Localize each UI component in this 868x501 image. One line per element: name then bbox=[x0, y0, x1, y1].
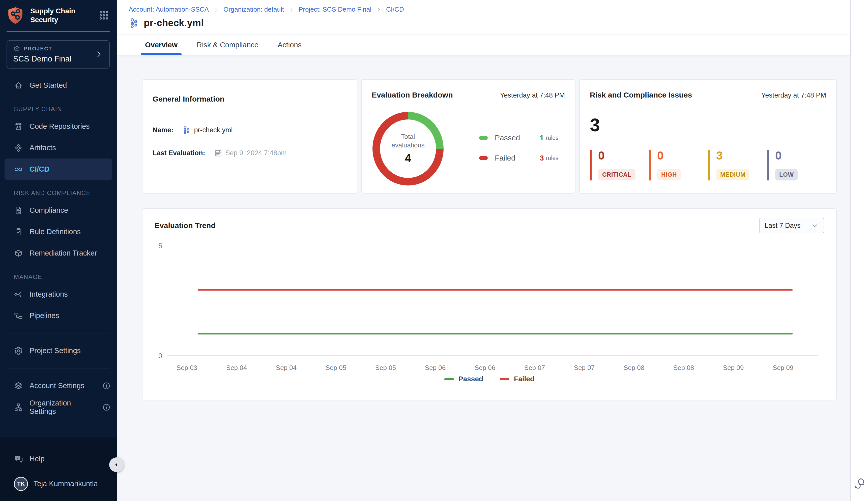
app-title: Supply Chain Security bbox=[30, 7, 93, 24]
info-icon[interactable] bbox=[102, 403, 111, 412]
trend-legend: Passed Failed bbox=[155, 375, 824, 383]
sidebar-user[interactable]: TK Teja Kummarikuntla bbox=[0, 473, 117, 494]
sidebar-item-label: CI/CD bbox=[30, 165, 50, 173]
severity-badge: CRITICAL bbox=[598, 169, 636, 180]
breadcrumb-organization-link[interactable]: Organization: default bbox=[223, 6, 284, 13]
sidebar-item-label: Help bbox=[30, 455, 45, 463]
name-label: Name: bbox=[153, 126, 174, 134]
svg-text:Sep 09: Sep 09 bbox=[773, 364, 793, 372]
avatar: TK bbox=[14, 477, 28, 491]
package-box-icon bbox=[14, 249, 23, 258]
app-logo-row: Supply Chain Security bbox=[0, 0, 117, 30]
svg-text:?: ? bbox=[17, 456, 18, 460]
timestamp: Yesterday at 7:48 PM bbox=[761, 92, 826, 99]
sidebar-item-integrations[interactable]: Integrations bbox=[0, 284, 117, 305]
chat-support-icon[interactable] bbox=[854, 477, 866, 489]
breadcrumb: Account: Automation-SSCA Organization: d… bbox=[129, 6, 840, 13]
content: General Information Name: pr-check bbox=[117, 55, 850, 501]
svg-text:Sep 04: Sep 04 bbox=[276, 364, 296, 372]
svg-text:Sep 03: Sep 03 bbox=[177, 364, 197, 372]
chevron-right-icon bbox=[213, 7, 219, 12]
legend-label: Passed bbox=[495, 134, 540, 142]
pipeline-file-icon bbox=[182, 126, 191, 135]
tab-overview[interactable]: Overview bbox=[145, 35, 178, 55]
sidebar-item-label: Get Started bbox=[30, 81, 67, 89]
sidebar-item-organization-settings[interactable]: Organization Settings bbox=[0, 396, 117, 418]
breadcrumb-project-link[interactable]: Project: SCS Demo Final bbox=[299, 6, 372, 13]
sidebar-item-code-repositories[interactable]: Code Repositories bbox=[0, 116, 117, 137]
sidebar-item-account-settings[interactable]: Account Settings bbox=[0, 375, 117, 396]
sidebar-item-project-settings[interactable]: Project Settings bbox=[0, 340, 117, 361]
severity-high: 0 HIGH bbox=[649, 150, 708, 180]
pipelines-icon bbox=[14, 311, 23, 320]
sidebar-item-label: Compliance bbox=[30, 206, 68, 214]
tabbar: Overview Risk & Compliance Actions bbox=[117, 35, 850, 55]
org-hierarchy-icon bbox=[14, 403, 23, 412]
severity-badge: HIGH bbox=[657, 169, 681, 180]
sidebar-section-risk-and-compliance: RISK AND COMPLIANCE bbox=[0, 180, 117, 200]
passed-color-pill bbox=[479, 136, 488, 140]
sidebar-item-get-started[interactable]: Get Started bbox=[0, 75, 117, 96]
info-icon[interactable] bbox=[102, 382, 111, 390]
legend-count: 1 bbox=[540, 134, 544, 142]
svg-text:0: 0 bbox=[158, 352, 162, 360]
sidebar-item-label: Remediation Tracker bbox=[30, 249, 97, 257]
cube-icon bbox=[13, 45, 21, 52]
sidebar-item-pipelines[interactable]: Pipelines bbox=[0, 305, 117, 326]
breadcrumb-account-link[interactable]: Account: Automation-SSCA bbox=[129, 6, 209, 13]
sidebar-section-manage: MANAGE bbox=[0, 264, 117, 284]
evaluation-donut-ring: Total evaluations 4 bbox=[373, 112, 443, 185]
chevron-right-icon bbox=[95, 50, 103, 58]
trend-legend-failed[interactable]: Failed bbox=[500, 375, 534, 383]
sidebar-item-rule-definitions[interactable]: Rule Definitions bbox=[0, 221, 117, 243]
infinity-cicd-icon bbox=[14, 165, 23, 174]
failed-color-pill bbox=[479, 156, 488, 160]
trend-legend-passed[interactable]: Passed bbox=[445, 375, 483, 383]
chevron-right-icon bbox=[376, 7, 381, 12]
legend-item-passed: Passed 1 rules bbox=[479, 134, 558, 142]
sidebar-item-label: Code Repositories bbox=[30, 122, 90, 130]
legend-label: Passed bbox=[459, 375, 483, 383]
svg-text:Sep 05: Sep 05 bbox=[326, 364, 346, 372]
sidebar-collapse-button[interactable] bbox=[109, 457, 124, 472]
sidebar-item-cicd[interactable]: CI/CD bbox=[4, 159, 112, 180]
card-title: Evaluation Trend bbox=[155, 221, 216, 230]
trend-chart-svg: 05Sep 03Sep 04Sep 04Sep 05Sep 05Sep 06Se… bbox=[155, 237, 825, 373]
help-chat-icon: ? bbox=[14, 455, 23, 463]
donut-center-label: Total evaluations bbox=[387, 132, 429, 150]
svg-text:Sep 06: Sep 06 bbox=[425, 364, 446, 372]
sidebar-item-artifacts[interactable]: Artifacts bbox=[0, 137, 117, 159]
sidebar-item-compliance[interactable]: Compliance bbox=[0, 200, 117, 221]
svg-text:Sep 08: Sep 08 bbox=[673, 364, 694, 372]
page-title: pr-check.yml bbox=[144, 18, 204, 29]
trend-chart: 05Sep 03Sep 04Sep 04Sep 05Sep 05Sep 06Se… bbox=[155, 237, 824, 373]
time-range-dropdown[interactable]: Last 7 Days bbox=[759, 218, 824, 233]
gear-icon bbox=[14, 346, 23, 355]
right-utility-rail bbox=[850, 0, 868, 501]
sidebar-item-label: Organization Settings bbox=[30, 399, 96, 416]
tab-risk-and-compliance[interactable]: Risk & Compliance bbox=[197, 35, 259, 55]
sidebar-item-label: Account Settings bbox=[30, 382, 84, 390]
donut-center: Total evaluations 4 bbox=[380, 119, 436, 178]
sidebar-item-help[interactable]: ? Help bbox=[0, 448, 117, 469]
severity-low: 0 LOW bbox=[767, 150, 826, 180]
clipboard-check-icon bbox=[14, 227, 23, 236]
timestamp: Yesterday at 7:48 PM bbox=[500, 92, 565, 99]
donut-center-value: 4 bbox=[405, 151, 411, 165]
total-issues-count: 3 bbox=[590, 116, 826, 134]
module-switcher-grid-icon[interactable] bbox=[98, 10, 109, 21]
svg-text:5: 5 bbox=[158, 242, 162, 250]
sidebar-item-remediation-tracker[interactable]: Remediation Tracker bbox=[0, 243, 117, 264]
legend-item-failed: Failed 3 rules bbox=[479, 154, 558, 162]
sidebar-nav: Get Started SUPPLY CHAIN Code Repositori… bbox=[0, 75, 117, 501]
sidebar-divider bbox=[7, 333, 110, 333]
project-selector[interactable]: PROJECT SCS Demo Final bbox=[7, 40, 110, 68]
last-evaluation-label: Last Evaluation: bbox=[153, 149, 205, 157]
breadcrumb-cicd-link[interactable]: CI/CD bbox=[386, 6, 404, 13]
failed-line-swatch bbox=[500, 378, 509, 380]
legend-label: Failed bbox=[495, 154, 540, 162]
tab-actions[interactable]: Actions bbox=[278, 35, 302, 55]
passed-line-swatch bbox=[445, 378, 454, 380]
project-selector-label: PROJECT bbox=[24, 46, 52, 52]
sidebar-item-label: Artifacts bbox=[30, 143, 56, 152]
